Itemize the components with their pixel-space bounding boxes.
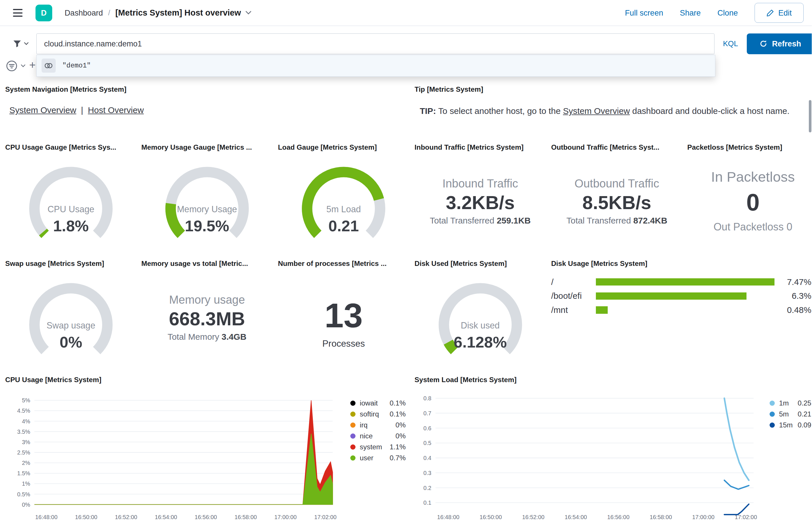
nav-links-separator: | <box>81 105 83 115</box>
svg-text:17:00:00: 17:00:00 <box>274 514 297 520</box>
legend-series-name: 15m <box>779 421 793 429</box>
full-screen-link[interactable]: Full screen <box>625 8 664 18</box>
legend-item[interactable]: 5m0.21 <box>770 410 811 418</box>
breadcrumb: Dashboard / [Metrics System] Host overvi… <box>65 8 251 18</box>
legend-item[interactable]: iowait0.1% <box>350 399 406 407</box>
legend-item[interactable]: 15m0.09 <box>770 421 811 429</box>
scrollbar[interactable] <box>809 100 811 133</box>
memory-usage-gauge-panel: Memory Usage 19.5% <box>141 152 273 259</box>
legend-item[interactable]: system1.1% <box>350 443 406 451</box>
legend-series-name: system <box>360 443 382 451</box>
legend-series-value: 0.1% <box>390 410 406 418</box>
chevron-down-icon[interactable] <box>245 11 251 15</box>
gauge-value: 19.5% <box>141 217 273 235</box>
disk-mount-label: /boot/efi <box>551 291 596 301</box>
disk-bar-track <box>596 293 777 300</box>
disk-percent-value: 0.48% <box>777 305 811 315</box>
panel-title-disk-used: Disk Used [Metrics System] <box>415 260 507 268</box>
panel-title-disk-usage: Disk Usage [Metrics System] <box>551 260 647 268</box>
metric-label: Outbound Traffic <box>546 177 688 190</box>
autocomplete-popover: "demo1" <box>36 55 715 77</box>
system-overview-link[interactable]: System Overview <box>9 105 77 115</box>
query-input[interactable] <box>37 34 714 54</box>
metric-sub: Total Transferred 259.1KB <box>410 216 551 225</box>
legend-series-value: 0.25 <box>797 399 811 407</box>
legend-item[interactable]: nice0% <box>350 432 406 440</box>
system-load-chart[interactable]: 0.80.70.60.50.40.30.20.116:48:0016:50:00… <box>415 395 761 522</box>
legend-item[interactable]: user0.7% <box>350 454 406 462</box>
svg-text:17:02:00: 17:02:00 <box>314 514 336 520</box>
legend-series-name: nice <box>360 432 373 440</box>
space-avatar[interactable]: D <box>36 5 52 21</box>
breadcrumb-dashboard-link[interactable]: Dashboard <box>65 8 103 18</box>
metric-value: 668.3MB <box>136 308 278 329</box>
disk-bar <box>596 293 747 300</box>
chevron-down-icon <box>21 64 25 67</box>
svg-text:16:56:00: 16:56:00 <box>607 514 629 520</box>
saved-query-button[interactable] <box>8 34 34 54</box>
metric-sub-value: 259.1KB <box>497 216 531 225</box>
panel-title-processes: Number of processes [Metrics ... <box>278 260 387 268</box>
menu-toggle-button[interactable] <box>8 3 27 22</box>
breadcrumb-separator: / <box>108 9 110 17</box>
svg-text:0.2: 0.2 <box>423 484 431 491</box>
disk-usage-row: / 7.47% <box>551 277 811 287</box>
filter-options-button[interactable] <box>5 59 25 73</box>
filter-circle-icon <box>5 59 18 73</box>
panel-title-packetloss: Packetloss [Metrics System] <box>687 143 782 152</box>
svg-text:3%: 3% <box>22 439 30 445</box>
refresh-button[interactable]: Refresh <box>747 34 812 54</box>
legend-item[interactable]: 1m0.25 <box>770 399 811 407</box>
disk-bar-track <box>596 306 777 314</box>
legend-dot <box>770 401 775 406</box>
legend-dot <box>350 434 356 439</box>
tip-system-overview-link[interactable]: System Overview <box>563 106 630 116</box>
gauge-value: 1.8% <box>5 217 137 235</box>
autocomplete-suggestion[interactable]: "demo1" <box>37 55 715 76</box>
legend-series-value: 0% <box>396 432 406 440</box>
svg-text:16:48:00: 16:48:00 <box>35 514 57 520</box>
hamburger-icon <box>13 9 22 17</box>
legend-series-value: 0.7% <box>390 454 406 462</box>
metric-sub-value: 872.4KB <box>633 216 668 225</box>
top-navigation-bar: D Dashboard / [Metrics System] Host over… <box>0 0 812 26</box>
legend-series-name: 1m <box>779 399 789 407</box>
memory-usage-vs-total-panel: Memory usage 668.3MB Total Memory 3.4GB <box>141 268 273 375</box>
svg-text:4.5%: 4.5% <box>17 407 30 414</box>
kibana-dashboard-app: D Dashboard / [Metrics System] Host over… <box>0 0 812 522</box>
svg-text:0.4: 0.4 <box>423 455 431 461</box>
cpu-usage-gauge-panel: CPU Usage 1.8% <box>5 152 137 259</box>
cpu-usage-chart[interactable]: 5%4.5%4%3.5%3%2.5%2%1.5%1%0.5%0%16:48:00… <box>5 395 344 522</box>
edit-button[interactable]: Edit <box>755 3 804 23</box>
disk-mount-label: / <box>551 277 596 287</box>
gauge-value: 6.128% <box>415 333 546 351</box>
metric-value: 3.2KB/s <box>410 192 551 214</box>
refresh-button-label: Refresh <box>772 39 801 48</box>
legend-item[interactable]: softirq0.1% <box>350 410 406 418</box>
svg-text:16:54:00: 16:54:00 <box>565 514 587 520</box>
legend-dot <box>350 401 356 406</box>
panel-title-outbound: Outbound Traffic [Metrics Syst... <box>551 143 659 152</box>
add-filter-button[interactable]: + <box>29 59 36 71</box>
kql-button[interactable]: KQL <box>717 34 743 54</box>
tip-text-before: To select another host, go to the <box>436 106 563 116</box>
disk-usage-row: /mnt 0.48% <box>551 305 811 315</box>
svg-text:1.5%: 1.5% <box>17 470 30 477</box>
share-link[interactable]: Share <box>680 8 700 18</box>
disk-bar-track <box>596 278 777 285</box>
legend-item[interactable]: irq0% <box>350 421 406 429</box>
gauge-label: 5m Load <box>278 204 409 215</box>
panel-title-load-gauge: Load Gauge [Metrics System] <box>278 143 377 152</box>
metric-sub: Total Transferred 872.4KB <box>546 216 688 225</box>
swap-usage-gauge-panel: Swap usage 0% <box>5 268 137 375</box>
legend-series-name: 5m <box>779 410 789 418</box>
svg-text:16:50:00: 16:50:00 <box>480 514 502 520</box>
svg-text:4%: 4% <box>22 418 30 424</box>
host-overview-link[interactable]: Host Overview <box>88 105 144 115</box>
gauge-label: CPU Usage <box>5 204 137 215</box>
disk-percent-value: 7.47% <box>777 277 811 287</box>
svg-text:16:52:00: 16:52:00 <box>522 514 544 520</box>
legend-series-value: 0% <box>396 421 406 429</box>
legend-dot <box>350 411 356 417</box>
clone-link[interactable]: Clone <box>717 8 738 18</box>
